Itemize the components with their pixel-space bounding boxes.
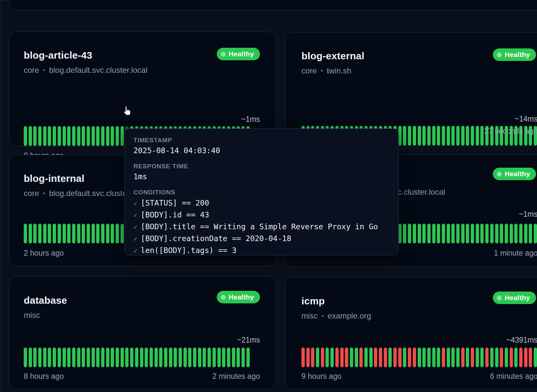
- status-bar[interactable]: [92, 224, 95, 243]
- status-bar[interactable]: [316, 348, 319, 367]
- status-bar[interactable]: [96, 126, 99, 146]
- status-bar[interactable]: [169, 348, 172, 367]
- status-bar[interactable]: [111, 348, 114, 367]
- status-bar[interactable]: [77, 224, 80, 243]
- status-bar[interactable]: [325, 348, 329, 367]
- status-bar[interactable]: [403, 348, 406, 367]
- status-bar[interactable]: [510, 224, 513, 243]
- status-bar[interactable]: [106, 224, 109, 243]
- status-bar[interactable]: [48, 348, 51, 367]
- status-bar[interactable]: [519, 224, 523, 243]
- status-bar[interactable]: [466, 348, 469, 367]
- status-bar[interactable]: [67, 348, 71, 367]
- status-bar[interactable]: [121, 126, 124, 146]
- status-bar[interactable]: [461, 126, 465, 146]
- status-bar[interactable]: [505, 224, 508, 243]
- status-bar[interactable]: [87, 224, 90, 243]
- status-bar[interactable]: [106, 126, 109, 146]
- status-bar[interactable]: [121, 224, 124, 243]
- status-bar[interactable]: [524, 348, 527, 367]
- status-bar[interactable]: [374, 348, 377, 367]
- status-bar[interactable]: [456, 126, 460, 146]
- status-bar[interactable]: [77, 348, 80, 367]
- status-bar[interactable]: [398, 126, 402, 146]
- status-bar[interactable]: [413, 348, 416, 367]
- status-bar[interactable]: [38, 348, 42, 367]
- status-bar[interactable]: [427, 348, 431, 367]
- status-bar[interactable]: [447, 126, 450, 146]
- status-bar[interactable]: [393, 348, 397, 367]
- status-bar[interactable]: [529, 224, 532, 243]
- status-bar[interactable]: [408, 126, 411, 146]
- status-bar[interactable]: [500, 348, 503, 367]
- status-bar[interactable]: [355, 348, 358, 367]
- status-bar[interactable]: [82, 126, 85, 146]
- status-bar[interactable]: [140, 348, 143, 367]
- status-bar[interactable]: [427, 126, 431, 146]
- status-bar[interactable]: [451, 126, 455, 146]
- status-bar[interactable]: [96, 224, 99, 243]
- status-bar[interactable]: [403, 126, 406, 146]
- status-bar[interactable]: [111, 126, 114, 146]
- status-bar[interactable]: [58, 224, 61, 243]
- status-bar[interactable]: [384, 348, 387, 367]
- status-bar[interactable]: [193, 348, 196, 367]
- status-bar[interactable]: [111, 224, 114, 243]
- status-bar[interactable]: [67, 224, 71, 243]
- status-bar[interactable]: [87, 348, 90, 367]
- status-bar[interactable]: [72, 126, 75, 146]
- status-bar[interactable]: [33, 126, 37, 146]
- status-bar[interactable]: [456, 348, 460, 367]
- status-bar[interactable]: [150, 348, 153, 367]
- status-bar[interactable]: [53, 348, 56, 367]
- status-bar[interactable]: [451, 224, 455, 243]
- status-bar[interactable]: [534, 348, 537, 367]
- status-bar[interactable]: [188, 348, 191, 367]
- status-bar[interactable]: [485, 224, 489, 243]
- status-bar[interactable]: [217, 348, 221, 367]
- status-bar[interactable]: [43, 126, 46, 146]
- status-bar[interactable]: [101, 224, 104, 243]
- status-bar[interactable]: [364, 348, 368, 367]
- status-bar[interactable]: [306, 348, 310, 367]
- status-bar[interactable]: [321, 348, 324, 367]
- status-bar[interactable]: [116, 126, 119, 146]
- status-bar[interactable]: [82, 348, 85, 367]
- status-bar[interactable]: [53, 126, 56, 146]
- status-bar[interactable]: [505, 348, 508, 367]
- status-bar[interactable]: [437, 224, 440, 243]
- status-bar[interactable]: [301, 348, 305, 367]
- status-bar[interactable]: [311, 348, 314, 367]
- status-bar[interactable]: [519, 348, 523, 367]
- status-bar[interactable]: [466, 224, 469, 243]
- status-bar[interactable]: [480, 224, 484, 243]
- status-bar[interactable]: [232, 348, 235, 367]
- status-bar[interactable]: [330, 348, 334, 367]
- status-bar[interactable]: [58, 126, 61, 146]
- status-bar[interactable]: [350, 348, 353, 367]
- status-bar[interactable]: [442, 348, 445, 367]
- status-bar[interactable]: [58, 348, 61, 367]
- status-bar[interactable]: [24, 348, 27, 367]
- status-bar[interactable]: [53, 224, 56, 243]
- status-bar[interactable]: [82, 224, 85, 243]
- status-bar[interactable]: [130, 348, 133, 367]
- status-bar[interactable]: [432, 126, 436, 146]
- status-bar[interactable]: [476, 224, 479, 243]
- status-bar[interactable]: [92, 348, 95, 367]
- status-bar[interactable]: [38, 126, 42, 146]
- status-bar[interactable]: [227, 348, 230, 367]
- status-bar[interactable]: [237, 348, 240, 367]
- status-bar[interactable]: [461, 224, 465, 243]
- uptime-bars[interactable]: [301, 348, 537, 367]
- status-bar[interactable]: [514, 348, 518, 367]
- status-bar[interactable]: [29, 348, 32, 367]
- status-bar[interactable]: [495, 348, 498, 367]
- partial-card-top[interactable]: [9, 0, 537, 10]
- status-bar[interactable]: [33, 224, 37, 243]
- status-bar[interactable]: [184, 348, 187, 367]
- status-bar[interactable]: [413, 126, 416, 146]
- status-bar[interactable]: [241, 348, 245, 367]
- status-bar[interactable]: [422, 126, 426, 146]
- status-bar[interactable]: [369, 348, 373, 367]
